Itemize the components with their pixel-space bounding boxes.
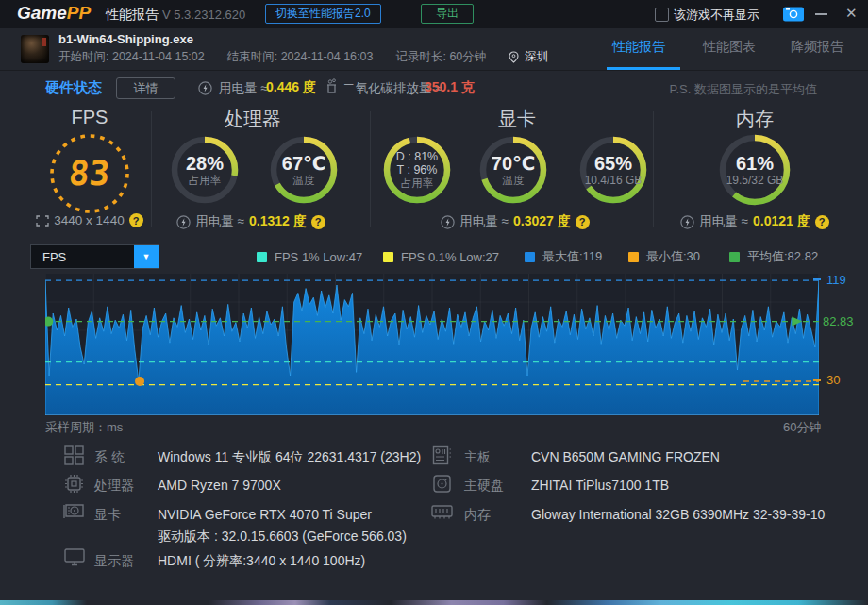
cpu-power-label: 用电量 ≈ [195, 213, 244, 230]
gpu-icon [62, 502, 85, 521]
gpu-vram-ring: 65% 10.4/16 GB [577, 134, 649, 206]
fps-gauge: 83 [43, 127, 136, 220]
gpu-power-row: 用电量 ≈ 0.3027 度 ? [421, 213, 609, 230]
divider [653, 111, 654, 227]
hardware-status-title: 硬件状态 [45, 79, 102, 97]
y-label-avg: 82.83 [823, 314, 854, 328]
game-icon [21, 35, 49, 63]
system-label: 系 统 [94, 449, 125, 466]
co2-value: 350.1 克 [425, 79, 475, 96]
title-bar: GamePP 性能报告 V 5.3.2312.620 切换至性能报告2.0 导出… [0, 0, 868, 28]
end-time: 结束时间: 2024-11-04 16:03 [227, 49, 374, 65]
record-duration: 记录时长: 60分钟 [395, 49, 486, 65]
gpu-3d-usage: D : 81% [396, 150, 438, 163]
city-name: 深圳 [525, 49, 548, 65]
cpu-power-help-icon[interactable]: ? [311, 215, 326, 229]
gpu-total-usage: T : 96% [397, 163, 438, 176]
ram-power-label: 用电量 ≈ [699, 213, 748, 230]
cpu-info-label: 处理器 [94, 478, 134, 495]
minimize-button[interactable] [815, 13, 827, 15]
gpu-usage-ring: D : 81% T : 96% 占用率 [381, 134, 453, 206]
session-meta: 开始时间: 2024-11-04 15:02 结束时间: 2024-11-04 … [58, 49, 548, 65]
disk-icon [432, 474, 452, 494]
gamepp-logo: GamePP [17, 3, 91, 24]
metric-dropdown-value: FPS [31, 250, 134, 264]
gamepp-window: GamePP 性能报告 V 5.3.2312.620 切换至性能报告2.0 导出… [0, 0, 868, 605]
cpu-power-value: 0.1312 度 [249, 213, 307, 230]
cpu-usage-ring: 28% 占用率 [169, 134, 241, 206]
legend-swatch [525, 252, 535, 262]
gpu-info-label: 显卡 [94, 507, 121, 524]
disk-value: ZHITAI TiPlus7100 1TB [531, 478, 669, 493]
gpu-driver-value: 驱动版本 : 32.0.15.6603 (GeForce 566.03) [158, 529, 407, 546]
close-button[interactable]: ✕ [845, 5, 858, 22]
system-value: Windows 11 专业版 64位 22631.4317 (23H2) [158, 449, 421, 466]
legend-swatch [383, 252, 393, 262]
gpu-temp-label: 温度 [503, 175, 525, 187]
monitor-value: HDMI ( 分辨率:3440 x 1440 100Hz) [158, 553, 365, 570]
metric-dropdown[interactable]: FPS ▼ [30, 244, 159, 269]
x-axis-left-label: 采样周期：ms [45, 419, 123, 436]
ram-gauge-title: 内存 [689, 107, 821, 132]
ram-info-label: 内存 [464, 507, 491, 524]
legend-item-max: 最大值:119 [525, 244, 602, 269]
exe-name: b1-Win64-Shipping.exe [58, 32, 193, 46]
ram-ring: 61% 19.5/32 GB [717, 132, 793, 208]
motherboard-label: 主板 [464, 449, 491, 466]
power-usage-value: 0.446 度 [266, 79, 316, 96]
gpu-usage-label: 占用率 [401, 177, 434, 190]
active-tab-underline [607, 67, 680, 70]
ram-power-value: 0.0121 度 [753, 213, 810, 230]
cpu-usage-value: 28% [186, 153, 224, 175]
fps-gauge-title: FPS [52, 107, 127, 128]
switch-report-2-button[interactable]: 切换至性能报告2.0 [265, 4, 381, 24]
tab-performance-chart[interactable]: 性能图表 [703, 39, 756, 56]
gpu-temp-value: 70℃ [492, 153, 535, 175]
ram-pct: 61% [736, 153, 774, 175]
app-title: 性能报告 [106, 7, 159, 24]
ram-detail: 19.5/32 GB [726, 175, 784, 188]
avg-note: P.S. 数据图显示的是平均值 [669, 81, 817, 98]
monitor-icon [64, 548, 85, 566]
ram-power-help-icon[interactable]: ? [815, 215, 829, 229]
start-time: 开始时间: 2024-11-04 15:02 [58, 49, 205, 65]
divider [370, 111, 371, 227]
x-axis-right-label: 60分钟 [783, 419, 821, 436]
chevron-down-icon[interactable]: ▼ [134, 245, 159, 268]
fps-resolution-row: 3440 x 1440 ? [19, 213, 160, 227]
cpu-info-value: AMD Ryzen 7 9700X [158, 478, 281, 493]
fps-help-icon[interactable]: ? [129, 213, 143, 227]
cpu-temp-label: 温度 [293, 175, 315, 187]
gpu-power-value: 0.3027 度 [513, 213, 571, 230]
ram-info-value: Gloway International 32GB 6390MHz 32-39-… [531, 507, 863, 522]
detail-button[interactable]: 详情 [116, 77, 175, 99]
y-label-min: 30 [826, 373, 840, 387]
screen-icon [36, 215, 49, 227]
gpu-temp-ring: 70℃ 温度 [477, 134, 549, 206]
power-icon [441, 215, 455, 229]
gpu-power-label: 用电量 ≈ [459, 213, 509, 230]
system-icon [64, 445, 84, 465]
power-icon [198, 81, 212, 95]
fps-resolution: 3440 x 1440 [54, 213, 124, 227]
fps-value: 83 [68, 154, 112, 193]
y-label-max: 119 [826, 273, 846, 287]
monitor-label: 显示器 [94, 553, 134, 570]
cpu-power-row: 用电量 ≈ 0.1312 度 ? [157, 213, 345, 230]
tab-throttle-report[interactable]: 降频报告 [791, 39, 843, 56]
ram-icon [431, 504, 453, 520]
legend-item-avg: 平均值:82.82 [729, 244, 818, 269]
hide-game-checkbox[interactable] [655, 8, 669, 22]
cpu-usage-label: 占用率 [189, 175, 222, 187]
location: 深圳 [509, 49, 548, 65]
motherboard-icon [432, 445, 452, 465]
export-button[interactable]: 导出 [421, 4, 474, 24]
y-tick [813, 278, 821, 280]
disk-label: 主硬盘 [464, 478, 504, 495]
screenshot-camera-icon[interactable] [783, 6, 804, 22]
gpu-power-help-icon[interactable]: ? [576, 215, 590, 229]
version-text: V 5.3.2312.620 [162, 8, 245, 22]
legend-swatch [729, 252, 740, 262]
tab-performance-report[interactable]: 性能报告 [612, 39, 665, 56]
session-header: b1-Win64-Shipping.exe 开始时间: 2024-11-04 1… [0, 28, 868, 71]
